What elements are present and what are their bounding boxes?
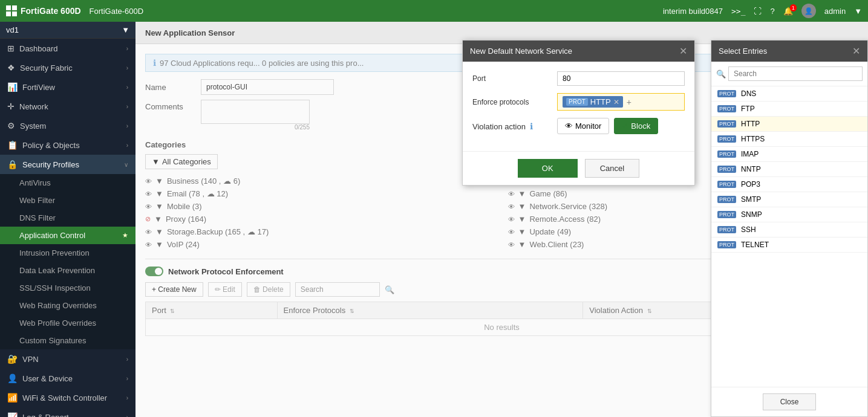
sidebar-label-dashboard: Dashboard	[19, 44, 58, 53]
sidebar-item-network[interactable]: ✛ Network ›	[0, 97, 135, 116]
delete-button[interactable]: 🗑 Delete	[247, 282, 290, 297]
cat-voip: 👁 ▼ VoIP (24)	[145, 240, 496, 249]
sidebar-subitem-antivirus[interactable]: AntiVirus	[0, 174, 135, 192]
entry-ssh[interactable]: PROT SSH	[711, 222, 867, 238]
create-new-button[interactable]: + Create New	[145, 282, 203, 297]
log-chevron: ›	[126, 414, 128, 418]
entry-telnet[interactable]: PROT TELNET	[711, 238, 867, 253]
sidebar-subitem-dns-filter[interactable]: DNS Filter	[0, 209, 135, 227]
https-prot: PROT	[717, 135, 736, 143]
entry-dns[interactable]: PROT DNS	[711, 86, 867, 102]
check-block-icon: ✓	[622, 121, 628, 131]
sidebar-item-system[interactable]: ⚙ System ›	[0, 116, 135, 135]
entry-pop3[interactable]: PROT POP3	[711, 177, 867, 192]
npe-search-input[interactable]	[295, 282, 380, 297]
sidebar-item-vpn[interactable]: 🔐 VPN ›	[0, 349, 135, 369]
cat-chevron-7: ▼	[154, 215, 162, 224]
ok-button[interactable]: OK	[518, 159, 578, 178]
entry-smtp[interactable]: PROT SMTP	[711, 192, 867, 207]
sidebar-item-user-device[interactable]: 👤 User & Device ›	[0, 369, 135, 388]
sidebar-item-policy-objects[interactable]: 📋 Policy & Objects ›	[0, 135, 135, 155]
help-icon[interactable]: ?	[770, 7, 774, 16]
cat-label-10: Update (49)	[529, 227, 571, 236]
bell-icon[interactable]: 🔔 1	[783, 7, 793, 16]
sidebar-subitem-web-profile[interactable]: Web Profile Overrides	[0, 314, 135, 332]
nntp-prot: PROT	[717, 166, 736, 173]
sidebar-subitem-dlp[interactable]: Data Leak Prevention	[0, 262, 135, 279]
cancel-button[interactable]: Cancel	[585, 159, 639, 178]
sidebar-item-wifi-switch[interactable]: 📶 WiFi & Switch Controller ›	[0, 388, 135, 407]
npe-title: Network Protocol Enforcement	[168, 267, 284, 276]
fullscreen-icon[interactable]: ⛶	[754, 7, 762, 16]
sidebar-subitem-web-filter[interactable]: Web Filter	[0, 192, 135, 209]
sidebar-item-dashboard[interactable]: ⊞ Dashboard ›	[0, 39, 135, 58]
npe-toggle[interactable]	[145, 267, 163, 276]
block-icon: ⊘	[145, 215, 151, 223]
entry-imap[interactable]: PROT IMAP	[711, 147, 867, 162]
block-button[interactable]: ✓ Block	[614, 118, 658, 134]
system-icon: ⚙	[7, 121, 15, 131]
protocol-tag-container[interactable]: PROT HTTP ✕ +	[557, 93, 685, 111]
ftp-prot: PROT	[717, 105, 736, 112]
entry-nntp[interactable]: PROT NNTP	[711, 162, 867, 177]
entry-snmp[interactable]: PROT SNMP	[711, 207, 867, 222]
comments-count: 0/255	[201, 124, 310, 131]
ssh-name: SSH	[741, 225, 756, 234]
device-chevron: ▼	[122, 25, 129, 34]
entry-ftp[interactable]: PROT FTP	[711, 102, 867, 117]
sidebar-item-fortiview[interactable]: 📊 FortiView ›	[0, 77, 135, 97]
sidebar-label-policy: Policy & Objects	[22, 141, 80, 150]
sidebar-item-security-profiles[interactable]: 🔒 Security Profiles ∨	[0, 155, 135, 174]
monitor-button[interactable]: 👁 Monitor	[557, 118, 609, 134]
entry-http[interactable]: PROT HTTP	[711, 117, 867, 132]
topbar: FortiGate 600D FortiGate-600D interim bu…	[0, 0, 868, 22]
cat-label-12: Web.Client (23)	[529, 240, 584, 249]
comments-input[interactable]	[201, 100, 310, 124]
eye-icon-9: 👁	[508, 228, 515, 236]
protocol-tag-close[interactable]: ✕	[613, 98, 619, 106]
admin-chevron[interactable]: ▼	[854, 7, 862, 16]
port-input[interactable]	[557, 71, 685, 86]
cat-proxy: ⊘ ▼ Proxy (164)	[145, 215, 496, 224]
sidebar-subitem-intrusion[interactable]: Intrusion Prevention	[0, 244, 135, 262]
all-categories-btn[interactable]: ▼ All Categories	[145, 154, 218, 169]
main-layout: vd1 ▼ ⊞ Dashboard › ❖ Security Fabric › …	[0, 22, 868, 417]
modal-close-button[interactable]: ✕	[679, 45, 687, 57]
cat-label-11: VoIP (24)	[167, 240, 200, 249]
close-button[interactable]: Close	[763, 393, 817, 410]
ssl-label: SSL/SSH Inspection	[19, 283, 91, 293]
sidebar-device[interactable]: vd1 ▼	[0, 22, 135, 39]
fortiview-chevron: ›	[126, 84, 128, 91]
security-profiles-subnav: AntiVirus Web Filter DNS Filter Applicat…	[0, 174, 135, 349]
topbar-build[interactable]: interim build0847	[663, 7, 723, 16]
admin-label[interactable]: admin	[824, 7, 846, 16]
select-entries-close[interactable]: ✕	[852, 45, 860, 57]
terminal-icon[interactable]: >>_	[731, 7, 745, 16]
content-area: New Application Sensor ℹ 97 Cloud Applic…	[135, 22, 868, 417]
protocol-name: HTTP	[590, 97, 611, 106]
entries-list: PROT DNS PROT FTP PROT HTTP PROT HTTPS P…	[711, 86, 867, 387]
edit-button[interactable]: ✏ Edit	[208, 282, 242, 297]
cat-label-7: Proxy (164)	[166, 215, 206, 224]
select-search-icon: 🔍	[716, 70, 726, 79]
sidebar-subitem-web-rating[interactable]: Web Rating Overrides	[0, 297, 135, 314]
enforce-sort-icon[interactable]: ⇅	[350, 308, 354, 314]
select-search-input[interactable]	[728, 66, 863, 81]
logo-grid-icon	[6, 5, 17, 16]
name-input[interactable]	[201, 79, 334, 95]
sidebar-item-security-fabric[interactable]: ❖ Security Fabric ›	[0, 58, 135, 77]
violation-sort-icon[interactable]: ⇅	[647, 308, 652, 314]
add-protocol-icon[interactable]: +	[627, 97, 631, 107]
sidebar-subitem-custom-sig[interactable]: Custom Signatures	[0, 332, 135, 349]
sidebar-subitem-ssl-ssh[interactable]: SSL/SSH Inspection	[0, 279, 135, 297]
policy-chevron: ›	[126, 142, 128, 149]
topbar-brand: FortiGate 600D	[21, 6, 81, 16]
prot-abbr: PROT	[566, 98, 588, 106]
entry-https[interactable]: PROT HTTPS	[711, 132, 867, 147]
sidebar-subitem-application-control[interactable]: Application Control ★	[0, 227, 135, 244]
sidebar-item-log-report[interactable]: 📈 Log & Report ›	[0, 407, 135, 417]
port-sort-icon[interactable]: ⇅	[170, 308, 175, 314]
vpn-chevron: ›	[126, 356, 128, 363]
avatar[interactable]: 👤	[801, 4, 816, 18]
security-profiles-icon: 🔒	[7, 160, 18, 169]
